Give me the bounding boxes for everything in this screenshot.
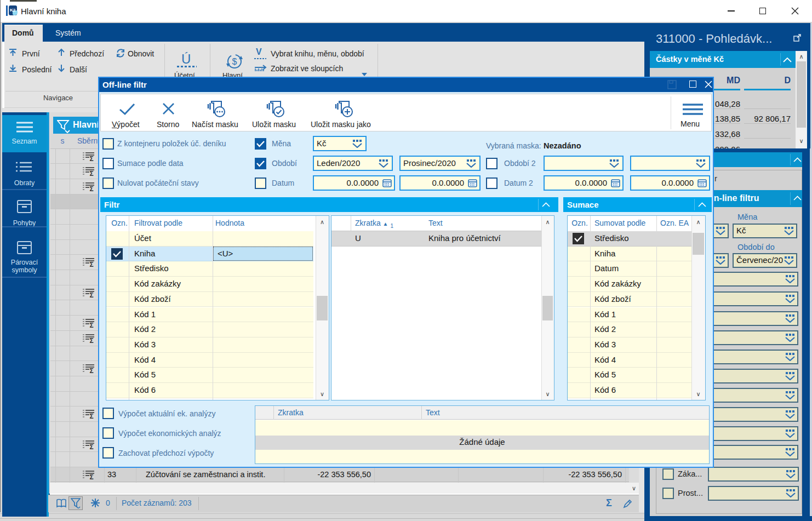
svg-text:Σ: Σ <box>90 473 94 480</box>
svg-text:Σ: Σ <box>90 185 94 192</box>
svg-text:Σ: Σ <box>90 443 94 450</box>
svg-text:Σ: Σ <box>90 291 94 298</box>
svg-text:Σ: Σ <box>90 367 94 374</box>
svg-text:Σ: Σ <box>90 337 94 343</box>
svg-text:$: $ <box>232 57 237 66</box>
svg-text:Σ: Σ <box>90 261 94 267</box>
svg-text:Σ: Σ <box>90 155 94 162</box>
svg-text:Σ: Σ <box>90 413 94 419</box>
svg-text:Σ: Σ <box>90 170 94 176</box>
svg-text:Σ: Σ <box>90 322 94 328</box>
